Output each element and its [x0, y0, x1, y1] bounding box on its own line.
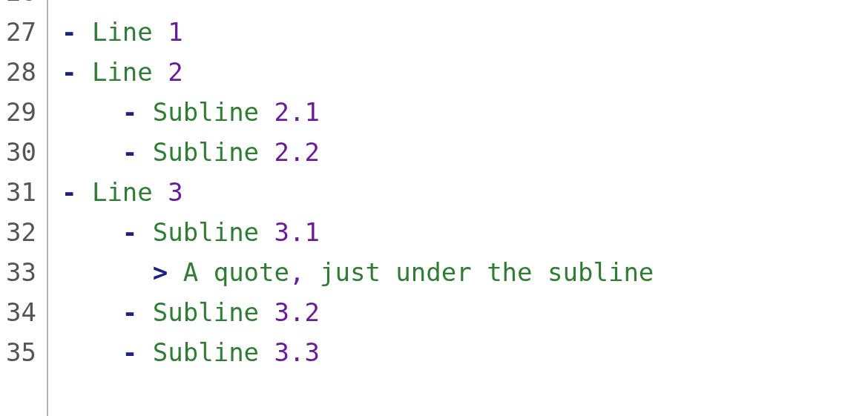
token-num: 3: [274, 337, 289, 367]
line-number: 34: [6, 292, 36, 332]
token-dash: -: [62, 177, 92, 207]
line-number: 31: [6, 172, 36, 212]
token-dash: -: [62, 17, 92, 47]
code-line[interactable]: - Line 3: [62, 172, 654, 212]
line-number-gutter: 26272829303132333435: [0, 0, 48, 416]
token-dash: -: [122, 217, 153, 247]
token-word: Subline: [153, 297, 274, 327]
token-num: 2: [305, 137, 320, 167]
token-num: 1: [168, 17, 183, 47]
line-number: 35: [6, 332, 36, 372]
token-word: Subline: [153, 97, 274, 127]
token-word: Line: [92, 177, 168, 207]
token-comma: ,: [289, 257, 320, 287]
token-dot: .: [289, 297, 304, 327]
token-dash: -: [122, 137, 153, 167]
token-word: Subline: [153, 337, 274, 367]
token-indent: [62, 297, 122, 327]
token-num: 2: [274, 97, 289, 127]
line-number: 33: [6, 252, 36, 292]
token-dot: .: [289, 217, 304, 247]
token-gt: >: [153, 257, 183, 287]
token-dash: -: [122, 337, 153, 367]
code-line[interactable]: - Subline 3.3: [62, 332, 654, 372]
token-dash: -: [122, 97, 153, 127]
token-dash: -: [122, 297, 153, 327]
token-word: Subline: [153, 137, 274, 167]
token-num: 1: [305, 97, 320, 127]
token-indent: [62, 137, 122, 167]
token-word: Line: [92, 57, 168, 87]
token-dash: -: [62, 57, 92, 87]
code-line[interactable]: > A quote, just under the subline: [62, 252, 654, 292]
token-indent: [62, 337, 122, 367]
line-number: 32: [6, 212, 36, 252]
token-num: 1: [305, 217, 320, 247]
token-num: 3: [168, 177, 183, 207]
line-number: 26: [6, 0, 36, 12]
code-editor[interactable]: 26272829303132333435 - Line 1- Line 2 - …: [0, 0, 868, 416]
token-num: 3: [305, 337, 320, 367]
code-line[interactable]: [62, 0, 654, 12]
token-num: 3: [274, 297, 289, 327]
line-number: 27: [6, 12, 36, 52]
code-line[interactable]: - Subline 3.2: [62, 292, 654, 332]
token-dot: .: [289, 97, 304, 127]
token-num: 2: [274, 137, 289, 167]
code-line[interactable]: - Subline 2.2: [62, 132, 654, 172]
token-rest: just under the subline: [320, 257, 654, 287]
token-indent: [62, 257, 153, 287]
token-indent: [62, 217, 122, 247]
code-line[interactable]: - Line 2: [62, 52, 654, 92]
token-num: 3: [274, 217, 289, 247]
code-line[interactable]: - Subline 3.1: [62, 212, 654, 252]
token-dot: .: [289, 337, 304, 367]
token-dot: .: [289, 137, 304, 167]
code-area[interactable]: - Line 1- Line 2 - Subline 2.1 - Subline…: [48, 0, 654, 416]
line-number: 28: [6, 52, 36, 92]
token-word: Line: [92, 17, 168, 47]
token-num: 2: [305, 297, 320, 327]
line-number: 30: [6, 132, 36, 172]
code-line[interactable]: - Subline 2.1: [62, 92, 654, 132]
line-number: 29: [6, 92, 36, 132]
token-num: 2: [168, 57, 183, 87]
token-indent: [62, 97, 122, 127]
token-word: Subline: [153, 217, 274, 247]
token-word: A quote: [183, 257, 289, 287]
code-line[interactable]: - Line 1: [62, 12, 654, 52]
